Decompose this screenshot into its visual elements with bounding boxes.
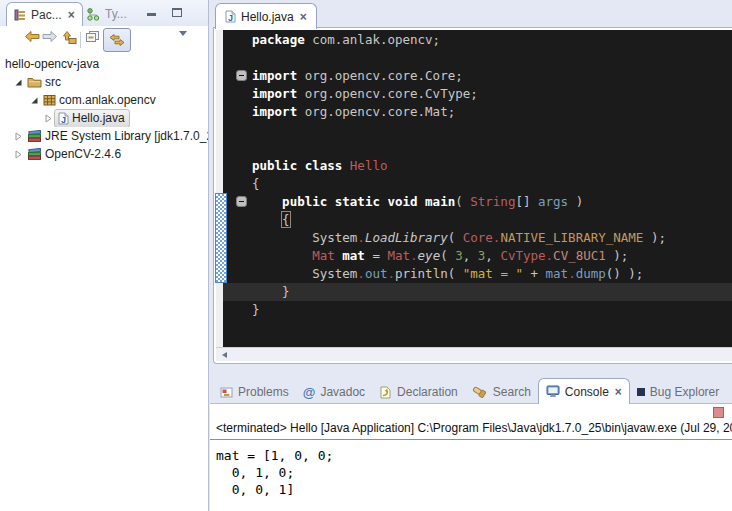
console-output-line: 0, 0, 1] <box>216 481 333 498</box>
code-line: import org.opencv.core.Mat; <box>252 103 666 121</box>
bug-icon <box>637 388 645 396</box>
fold-collapse-icon[interactable] <box>236 196 247 207</box>
code-lines: package com.anlak.opencv;import org.open… <box>252 31 666 319</box>
eclipse-window: Pac...×Ty... hello-opencv-javasrccom.anl… <box>0 0 732 511</box>
view-tab-console[interactable]: Console× <box>538 378 630 404</box>
view-tab-label: Problems <box>238 385 289 399</box>
package-explorer-toolbar <box>0 26 208 54</box>
expanded-arrow-icon[interactable] <box>29 96 40 105</box>
problems-icon <box>220 386 233 398</box>
svg-text:J: J <box>228 13 233 23</box>
package-icon <box>43 94 56 106</box>
console-output-line: mat = [1, 0, 0; <box>216 447 333 464</box>
view-tab-label: Javadoc <box>320 385 365 399</box>
selection-range-indicator <box>215 193 227 283</box>
toolbar-separator <box>80 32 81 48</box>
tree-item-core: hello-opencv-java <box>4 56 103 73</box>
forward-arrow-icon[interactable] <box>42 30 58 43</box>
annotation-ruler[interactable] <box>216 30 223 347</box>
code-line: public static void main( String[] args ) <box>252 193 666 211</box>
view-tab-label: Search <box>493 385 531 399</box>
java-file-icon: J <box>225 10 236 23</box>
fold-collapse-icon[interactable] <box>236 70 247 81</box>
view-tab-search[interactable]: Search <box>465 380 538 404</box>
code-line <box>252 49 666 67</box>
tree-item-core: com.anlak.opencv <box>40 92 160 109</box>
horizontal-scrollbar[interactable] <box>216 347 732 361</box>
view-tab-declaration[interactable]: Declaration <box>372 380 465 404</box>
collapse-all-icon[interactable] <box>85 30 100 43</box>
code-line: System.LoadLibrary( Core.NATIVE_LIBRARY_… <box>252 229 666 247</box>
console-output[interactable]: mat = [1, 0, 0; 0, 1, 0; 0, 0, 1] <box>216 447 333 498</box>
editor-tab-label: Hello.java <box>241 10 294 24</box>
package-explorer-panel: Pac...×Ty... hello-opencv-javasrccom.anl… <box>0 0 209 511</box>
library-icon <box>27 148 42 161</box>
code-line: { <box>252 175 666 193</box>
tree-item-label: JRE System Library [jdk1.7.0_25] <box>45 127 208 145</box>
minimize-button[interactable] <box>147 7 161 19</box>
close-icon[interactable]: × <box>615 386 622 398</box>
link-with-editor-button[interactable] <box>103 28 131 52</box>
tree-item-hello-java[interactable]: JHello.java <box>0 109 208 127</box>
code-line <box>252 121 666 139</box>
package-explorer-icon <box>14 9 26 21</box>
view-tab-label: Console <box>565 385 609 399</box>
code-line: public class Hello <box>252 157 666 175</box>
view-tab-bug-explorer[interactable]: Bug Explorer <box>630 380 726 404</box>
view-tab-label: Bug Explorer <box>650 385 719 399</box>
folder-icon <box>27 76 42 88</box>
tree-item-core: JRE System Library [jdk1.7.0_25] <box>24 128 208 145</box>
tree-item-hello-opencv-java[interactable]: hello-opencv-java <box>0 55 208 73</box>
up-folder-icon[interactable] <box>60 30 77 44</box>
collapsed-arrow-icon[interactable] <box>13 150 24 159</box>
type-hierarchy-icon <box>87 8 100 21</box>
editor-frame: package com.anlak.opencv;import org.open… <box>213 27 732 364</box>
back-arrow-icon[interactable] <box>24 30 40 43</box>
view-tab-ty[interactable]: Ty... <box>80 2 134 26</box>
view-tab-bug[interactable]: Bug <box>726 380 732 404</box>
expanded-arrow-icon[interactable] <box>13 78 24 87</box>
console-process-header: <terminated> Hello [Java Application] C:… <box>216 421 732 435</box>
close-icon[interactable]: × <box>68 9 75 21</box>
terminate-button[interactable] <box>713 407 724 418</box>
code-line: } <box>252 283 666 301</box>
project-tree: hello-opencv-javasrccom.anlak.opencvJHel… <box>0 55 208 163</box>
editor-tab-hello-java[interactable]: J Hello.java × <box>215 3 317 29</box>
tree-item-com-anlak-opencv[interactable]: com.anlak.opencv <box>0 91 208 109</box>
left-panel-tab-row: Pac...×Ty... <box>0 0 208 26</box>
view-tab-pac[interactable]: Pac...× <box>6 2 83 26</box>
code-line: { <box>252 211 666 229</box>
code-line: System.out.println( "mat = " + mat.dump(… <box>252 265 666 283</box>
collapsed-arrow-icon[interactable] <box>43 114 54 123</box>
code-line: package com.anlak.opencv; <box>252 31 666 49</box>
tree-item-src[interactable]: src <box>0 73 208 91</box>
console-view: <terminated> Hello [Java Application] C:… <box>210 403 732 511</box>
tree-item-jre-system-library-jdk1-7-0_25-[interactable]: JRE System Library [jdk1.7.0_25] <box>0 127 208 145</box>
svg-text:J: J <box>61 114 66 124</box>
collapsed-arrow-icon[interactable] <box>13 132 24 141</box>
close-icon[interactable]: × <box>300 11 307 23</box>
view-menu-chevron-icon[interactable] <box>179 36 187 54</box>
code-editor[interactable]: package com.anlak.opencv;import org.open… <box>223 30 732 347</box>
console-icon <box>546 385 560 398</box>
bottom-view-tab-row: Problems@JavadocDeclarationSearchConsole… <box>213 377 732 404</box>
javadoc-icon: @ <box>303 386 316 399</box>
code-line: Mat mat = Mat.eye( 3, 3, CvType.CV_8UC1 … <box>252 247 666 265</box>
tree-item-label: src <box>45 73 61 91</box>
tree-item-core: JHello.java <box>54 109 130 127</box>
view-tab-problems[interactable]: Problems <box>213 380 296 404</box>
view-tab-javadoc[interactable]: @Javadoc <box>296 380 372 404</box>
console-divider <box>210 439 732 440</box>
java-file-icon: J <box>58 112 69 125</box>
minimize-icon <box>147 13 156 16</box>
view-tab-label: Pac... <box>31 8 62 22</box>
tree-item-core: src <box>24 74 65 91</box>
tree-item-label: OpenCV-2.4.6 <box>45 145 121 163</box>
scroll-left-arrow-icon[interactable] <box>222 352 227 358</box>
maximize-button[interactable] <box>172 8 186 20</box>
tree-item-opencv-2-4-6[interactable]: OpenCV-2.4.6 <box>0 145 208 163</box>
tree-item-label: com.anlak.opencv <box>59 91 156 109</box>
search-icon <box>472 386 488 399</box>
tree-item-core: OpenCV-2.4.6 <box>24 146 125 163</box>
code-line: } <box>252 301 666 319</box>
